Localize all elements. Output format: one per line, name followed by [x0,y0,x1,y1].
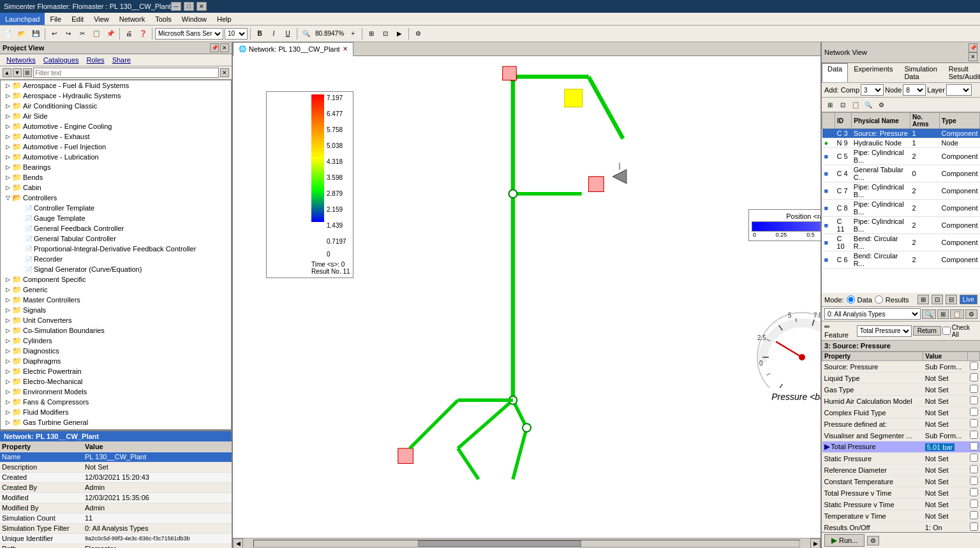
nv-close-btn[interactable]: ✕ [969,52,977,61]
toolbar-paste[interactable]: 📌 [104,27,117,40]
tree-diaphragms[interactable]: ▷ 📁 Diaphragms [1,356,231,366]
tree-signal-generator[interactable]: 📄 Signal Generator (Curve/Equation) [1,264,231,274]
tree-cylinders[interactable]: ▷ 📁 Cylinders [1,336,231,346]
analysis-btn-4[interactable]: ⚙ [965,309,977,319]
prop-row-sim-count[interactable]: Simulation Count 11 [0,513,232,523]
tree-aerospace-fuel[interactable]: ▷ 📁 Aerospace - Fuel & Fluid Systems [1,80,231,91]
tab-catalogues[interactable]: Catalogues [40,56,83,64]
prop-row-description[interactable]: Description Not Set [0,462,232,472]
tree-generic[interactable]: ▷ 📁 Generic [1,285,231,295]
toolbar-fit[interactable]: ⊞ [365,27,378,40]
cp-check-complex[interactable] [970,408,978,416]
table-row-c8[interactable]: ■ C 8 Pipe: Cylindrical B... 2 Component [822,200,980,217]
comp-row-ref-diameter[interactable]: Reference Diameter Not Set [822,464,980,476]
mode-results-input[interactable] [875,295,883,304]
scroll-thumb[interactable] [418,540,582,547]
toolbar-underline[interactable]: U [281,27,294,40]
scroll-right-btn[interactable]: ▶ [810,538,820,549]
table-row-c5[interactable]: ■ C 5 Pipe: Cylindrical B... 2 Component [822,148,980,165]
toolbar-undo[interactable]: ↩ [48,27,61,40]
mode-btn-3[interactable]: ⊟ [946,295,957,304]
toolbar-zoom-out[interactable]: 🔍 [300,27,313,40]
tree-pid[interactable]: 📄 Proportional-Integral-Derivative Feedb… [1,244,231,254]
toolbar-select-all[interactable]: ⊡ [379,27,392,40]
toolbar-run[interactable]: ▶ [393,27,406,40]
prop-row-sim-type[interactable]: Simulation Type Filter 0: All Analysis T… [0,523,232,533]
right-tab-data[interactable]: Data [822,63,848,82]
prop-row-modified[interactable]: Modified 12/03/2021 15:35:06 [0,492,232,503]
cp-check-humid[interactable] [970,396,978,404]
tree-electro-mechanical[interactable]: ▷ 📁 Electro-Mechanical [1,376,231,387]
cp-check-temp-t[interactable] [970,511,978,519]
toolbar-settings[interactable]: ⚙ [412,27,424,40]
cp-check-static-p-t[interactable] [970,500,978,508]
tree-diagnostics[interactable]: ▷ 📁 Diagnostics [1,346,231,356]
menu-network[interactable]: Network [114,13,150,25]
menu-view[interactable]: View [89,13,114,25]
right-tab-sim-data[interactable]: Simulation Data [898,63,942,82]
h-scrollbar[interactable]: ◀ ▶ [233,538,820,548]
scroll-track[interactable] [253,540,800,547]
mode-btn-1[interactable]: ⊞ [917,295,929,304]
comp-box-left[interactable] [398,448,413,464]
tree-bearings[interactable]: ▷ 📁 Bearings [1,162,231,172]
tree-air-side[interactable]: ▷ 📁 Air Side [1,111,231,121]
doc-tab-network[interactable]: 🌐 Network: PL 130__CW_Plant ✕ [233,42,353,56]
comp-row-results-onoff[interactable]: Results On/Off 1: On [822,522,980,533]
tree-unit-converters[interactable]: ▷ 📁 Unit Converters [1,315,231,325]
prop-row-created-by[interactable]: Created By Admin [0,482,232,492]
cp-check-liquid[interactable] [970,373,978,381]
pink-comp-right[interactable] [589,177,604,192]
mode-data-radio[interactable]: Data [847,295,872,304]
comp-row-pressure-defined[interactable]: Pressure defined at: Not Set [822,418,980,430]
prop-row-name[interactable]: Name PL 130__CW_Plant [0,452,232,462]
tab-roles[interactable]: Roles [83,56,108,64]
table-row-c11[interactable]: ■ C 11 Pipe: Cylindrical B... 2 Componen… [822,217,980,234]
filter-down-btn[interactable]: ▼ [13,68,22,77]
tree-electric-powertrain[interactable]: ▷ 📁 Electric Powertrain [1,366,231,376]
scroll-left-btn[interactable]: ◀ [233,538,243,549]
toolbar-new[interactable]: 📄 [1,27,14,40]
cp-check-const-t[interactable] [970,477,978,485]
tree-master-controllers[interactable]: ▷ 📁 Master Controllers [1,295,231,305]
filter-expand-btn[interactable]: ⊞ [23,68,32,77]
cp-check-total-p[interactable] [970,442,978,450]
comp-row-source-pressure[interactable]: Source: Pressure Sub Form... [822,361,980,373]
run-settings-btn[interactable]: ⚙ [867,536,879,545]
source-pressure-component[interactable] [503,66,517,80]
comp-row-humid-air[interactable]: Humid Air Calculation Model Not Set [822,396,980,407]
tree-environment-models[interactable]: ▷ 📁 Environment Models [1,387,231,397]
tree-general-tabular[interactable]: 📄 General Tabular Controller [1,233,231,244]
mode-data-input[interactable] [847,295,855,304]
tree-automotive-exhaust[interactable]: ▷ 📁 Automotive - Exhaust [1,131,231,142]
table-row-c6[interactable]: ■ C 6 Bend: Circular R... 2 Component [822,251,980,269]
network-canvas[interactable]: 7.197 6.477 5.758 5.038 4.318 3.598 2.87… [233,56,820,538]
menu-window[interactable]: Window [177,13,212,25]
yellow-comp-box[interactable] [565,89,583,107]
tree-cabin[interactable]: ▷ 📁 Cabin [1,182,231,193]
toolbar-italic[interactable]: I [267,27,280,40]
cp-check-ref-d[interactable] [970,465,978,473]
valve-symbol[interactable] [612,170,627,184]
tree-signals[interactable]: ▷ 📁 Signals [1,305,231,315]
tree-recorder[interactable]: 📄 Recorder [1,254,231,264]
toolbar-redo[interactable]: ↪ [62,27,75,40]
run-button[interactable]: ▶ Run... [824,534,865,547]
close-btn[interactable]: ✕ [197,2,207,11]
minimize-btn[interactable]: ─ [171,2,181,11]
maximize-btn[interactable]: □ [184,2,194,11]
tree-fluid-modifiers[interactable]: ▷ 📁 Fluid Modifiers [1,407,231,417]
feature-select[interactable]: Total Pressure [857,325,912,337]
tree-air-conditioning[interactable]: ▷ 📁 Air Conditioning Classic [1,101,231,111]
filter-up-btn[interactable]: ▲ [3,68,11,77]
nv-icon-4[interactable]: 🔍 [863,99,874,110]
add-comp-select[interactable]: 3 [861,84,884,96]
comp-row-total-p-time[interactable]: Total Pressure v Time Not Set [822,487,980,499]
tree-general-feedback[interactable]: 📄 General Feedback Controller [1,223,231,233]
add-node-select[interactable]: 8 [903,84,926,96]
check-all-checkbox[interactable] [942,327,951,335]
nv-icon-2[interactable]: ⊡ [837,99,849,110]
network-diagram[interactable] [233,56,820,538]
project-view-close[interactable]: ✕ [220,43,229,52]
tree-aerospace-hydraulic[interactable]: ▷ 📁 Aerospace - Hydraulic Systems [1,91,231,101]
